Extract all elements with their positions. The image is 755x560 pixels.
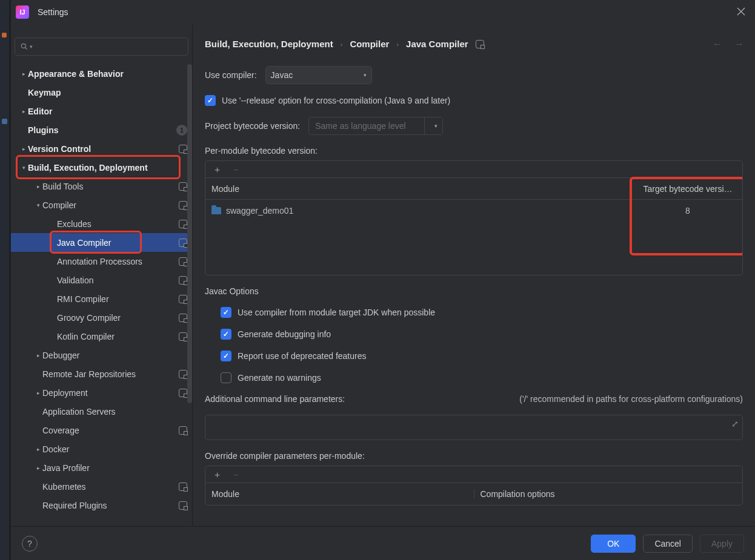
column-header-module: Module <box>205 184 633 194</box>
add-row-icon[interactable]: ＋ <box>213 470 222 479</box>
release-option-checkbox[interactable] <box>205 95 216 106</box>
close-icon[interactable] <box>733 7 749 18</box>
sidebar-item-label: Keymap <box>28 88 61 97</box>
nav-back-icon[interactable]: ← <box>713 39 722 50</box>
generate-debug-checkbox[interactable] <box>221 329 231 340</box>
per-module-label: Per-module bytecode version: <box>205 146 743 156</box>
report-deprecated-label: Report use of deprecated features <box>238 351 366 361</box>
plugins-update-badge: 1 <box>176 125 187 136</box>
release-option-label: Use '--release' option for cross-compila… <box>222 96 450 105</box>
project-scope-icon <box>179 426 187 435</box>
sidebar-item-java-profiler[interactable]: ▸Java Profiler <box>11 458 192 477</box>
sidebar-item-compiler[interactable]: ▾Compiler <box>11 196 192 214</box>
sidebar-item-build-tools[interactable]: ▸Build Tools <box>11 177 192 196</box>
dialog-title: Settings <box>38 7 68 17</box>
compiler-module-jdk-label: Use compiler from module target JDK when… <box>238 308 435 317</box>
override-table: ＋ － Module Compilation options <box>205 466 743 506</box>
settings-dialog: IJ Settings ▾ ▸Appearance & BehaviorKeym… <box>11 0 755 560</box>
sidebar-item-docker[interactable]: ▸Docker <box>11 440 192 458</box>
settings-tree: ▸Appearance & BehaviorKeymap▸EditorPlugi… <box>11 64 192 521</box>
sidebar-scrollbar[interactable] <box>187 64 192 521</box>
report-deprecated-checkbox[interactable] <box>221 351 231 361</box>
chevron-down-icon: ▾ <box>34 202 42 208</box>
sidebar-item-plugins[interactable]: Plugins1 <box>11 120 192 139</box>
sidebar-item-label: Plugins <box>28 125 59 135</box>
project-scope-icon <box>179 370 187 378</box>
sidebar-item-debugger[interactable]: ▸Debugger <box>11 346 192 364</box>
search-input[interactable]: ▾ <box>15 38 188 56</box>
sidebar-item-label: Java Profiler <box>42 463 90 473</box>
sidebar-item-label: Docker <box>42 444 69 454</box>
sidebar-item-deployment[interactable]: ▸Deployment <box>11 383 192 402</box>
apply-button[interactable]: Apply <box>700 535 744 553</box>
sidebar-item-build-execution-deployment[interactable]: ▾Build, Execution, Deployment <box>11 158 192 177</box>
sidebar-item-label: Application Servers <box>42 407 116 417</box>
project-bytecode-label: Project bytecode version: <box>205 121 300 131</box>
sidebar-item-java-compiler[interactable]: Java Compiler <box>11 233 192 252</box>
sidebar-item-label: Version Control <box>28 144 91 154</box>
sidebar-item-label: Deployment <box>42 388 88 398</box>
remove-row-icon[interactable]: － <box>231 470 241 479</box>
sidebar-item-label: Kotlin Compiler <box>57 332 115 341</box>
sidebar-item-excludes[interactable]: Excludes <box>11 214 192 233</box>
project-scope-icon <box>179 483 187 491</box>
sidebar-item-kubernetes[interactable]: Kubernetes <box>11 477 192 496</box>
breadcrumb-item[interactable]: Build, Execution, Deployment <box>205 39 333 49</box>
additional-params-input[interactable]: ⤢ <box>205 415 743 440</box>
sidebar-item-version-control[interactable]: ▸Version Control <box>11 139 192 158</box>
search-history-chevron-icon[interactable]: ▾ <box>30 44 33 50</box>
sidebar-item-label: RMI Compiler <box>57 294 109 304</box>
module-name: swagger_demo01 <box>226 206 633 216</box>
svg-line-3 <box>25 48 27 50</box>
module-target-version: 8 <box>633 206 742 216</box>
sidebar-item-label: Build, Execution, Deployment <box>28 163 148 173</box>
chevron-right-icon: ▸ <box>34 390 42 396</box>
help-button[interactable]: ? <box>22 536 38 552</box>
sidebar-item-label: Validation <box>57 275 93 285</box>
sidebar-item-coverage[interactable]: Coverage <box>11 421 192 440</box>
sidebar-item-kotlin-compiler[interactable]: Kotlin Compiler <box>11 327 192 346</box>
breadcrumb-item[interactable]: Java Compiler <box>406 39 468 49</box>
sidebar-item-keymap[interactable]: Keymap <box>11 83 192 102</box>
dialog-footer: ? OK Cancel Apply <box>11 526 755 560</box>
sidebar-item-remote-jar-repositories[interactable]: Remote Jar Repositories <box>11 364 192 383</box>
additional-params-hint: ('/' recommended in paths for cross-plat… <box>519 394 743 404</box>
sidebar-item-validation[interactable]: Validation <box>11 271 192 289</box>
chevron-right-icon: ▸ <box>34 352 42 358</box>
column-header-compilation-options: Compilation options <box>474 489 743 499</box>
chevron-down-icon: ▾ <box>19 165 28 171</box>
titlebar: IJ Settings <box>11 0 755 24</box>
chevron-right-icon: › <box>396 41 399 48</box>
sidebar-item-appearance-behavior[interactable]: ▸Appearance & Behavior <box>11 64 192 83</box>
sidebar-item-label: Required Plugins <box>42 501 107 510</box>
sidebar-item-application-servers[interactable]: Application Servers <box>11 402 192 421</box>
sidebar-item-label: Groovy Compiler <box>57 313 121 323</box>
remove-row-icon[interactable]: － <box>231 165 241 174</box>
generate-debug-label: Generate debugging info <box>238 329 331 339</box>
ok-button[interactable]: OK <box>591 535 636 553</box>
expand-icon[interactable]: ⤢ <box>731 419 739 429</box>
chevron-right-icon: › <box>341 41 343 48</box>
javac-options-label: Javac Options <box>205 286 743 296</box>
sidebar-item-required-plugins[interactable]: Required Plugins <box>11 496 192 515</box>
sidebar-item-label: Editor <box>28 107 52 116</box>
project-bytecode-select[interactable]: Same as language level ▾ <box>308 117 443 135</box>
nav-forward-icon[interactable]: → <box>734 39 744 50</box>
sidebar-item-annotation-processors[interactable]: Annotation Processors <box>11 252 192 271</box>
project-scope-icon <box>476 40 484 48</box>
table-row[interactable]: swagger_demo01 8 <box>205 200 742 222</box>
add-row-icon[interactable]: ＋ <box>213 165 222 174</box>
use-compiler-select[interactable]: Javac ▾ <box>265 66 372 84</box>
editor-gutter <box>0 0 9 560</box>
sidebar-item-rmi-compiler[interactable]: RMI Compiler <box>11 289 192 308</box>
breadcrumb-item[interactable]: Compiler <box>350 39 389 49</box>
project-scope-icon <box>179 389 187 397</box>
no-warnings-checkbox[interactable] <box>221 372 231 383</box>
sidebar-item-editor[interactable]: ▸Editor <box>11 102 192 120</box>
sidebar-item-groovy-compiler[interactable]: Groovy Compiler <box>11 308 192 327</box>
chevron-down-icon: ▾ <box>430 123 437 129</box>
sidebar-item-label: Coverage <box>42 426 79 435</box>
sidebar-item-label: Annotation Processors <box>57 257 142 266</box>
cancel-button[interactable]: Cancel <box>643 535 693 553</box>
compiler-module-jdk-checkbox[interactable] <box>221 307 231 318</box>
